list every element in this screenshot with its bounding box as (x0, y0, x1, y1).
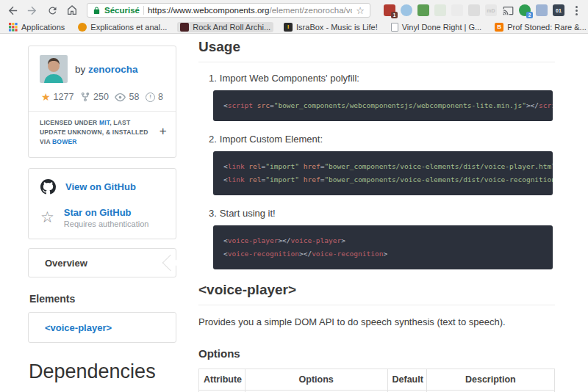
star-outline-icon: ☆ (40, 210, 54, 225)
code-token: link (228, 175, 245, 184)
address-bar[interactable]: Sécurisé https://www.webcomponents.org/e… (87, 3, 370, 18)
bookmark-item[interactable]: IIsraBox - Music is Life! (281, 22, 381, 32)
extension-icon-zero-one[interactable]: 01 (553, 4, 564, 16)
main-content: Usage 1.Import Web Components' polyfill:… (198, 39, 555, 392)
extension-icon-frog[interactable] (417, 4, 429, 16)
code-token: voice-recognition (228, 250, 299, 258)
stat-fork: 250 (80, 92, 109, 102)
star-on-github[interactable]: ☆ Star on GitHub Requires authentication (40, 206, 164, 228)
code-token: voice-player (228, 236, 279, 244)
star-on-github-link[interactable]: Star on GitHub (64, 207, 132, 218)
apps-grid-icon (9, 23, 18, 32)
code-token: "bower_components/webcomponentsjs/webcom… (274, 101, 526, 109)
column-header: Options (245, 369, 387, 391)
step-text: Start using it! (220, 208, 276, 219)
bookmark-item[interactable]: Rock And Roll Archi... (177, 22, 273, 32)
code-token: href (304, 162, 320, 170)
github-card: View on GitHub ☆ Star on GitHub Requires… (28, 168, 176, 239)
extension-icon-globe[interactable]: 2 (519, 4, 531, 16)
url-path: /element/zenorocha/voice-elements (270, 6, 353, 15)
bower-link[interactable]: BOWER (52, 138, 77, 145)
browser-chrome: Sécurisé https://www.webcomponents.org/e… (0, 0, 588, 34)
usage-step: 1.Import Web Components' polyfill:<scrip… (209, 73, 555, 121)
url-divider (143, 6, 144, 15)
code-line: <link rel="import" href="bower_component… (223, 173, 542, 186)
back-icon[interactable] (6, 4, 19, 17)
mit-license-link[interactable]: MIT (99, 119, 110, 126)
code-line: <script src="bower_components/webcompone… (223, 99, 542, 112)
issue-icon: ! (146, 92, 155, 102)
elements-heading: Elements (29, 293, 176, 305)
favicon-icon: B (495, 23, 503, 32)
step-text: Import Custom Element: (220, 134, 323, 145)
reload-icon[interactable] (46, 4, 59, 17)
bookmark-item[interactable]: Explications et anal... (75, 22, 170, 32)
bookmark-star-icon[interactable]: ☆ (356, 5, 365, 16)
element-description: Provides you a simple DOM API to do spee… (198, 316, 555, 327)
stat-value: 8 (158, 92, 163, 102)
bookmark-item[interactable]: Applications (6, 22, 68, 32)
secure-lock-icon (93, 7, 101, 15)
code-line: <link rel="import" href="bower_component… (223, 160, 542, 173)
bookmark-label: IsraBox - Music is Life! (296, 23, 378, 32)
bookmark-label: Vinyl Done Right | G... (402, 23, 481, 32)
code-block: <link rel="import" href="bower_component… (213, 151, 553, 195)
bookmark-item[interactable]: Vinyl Done Right | G... (388, 22, 484, 32)
stat-value: 1277 (54, 92, 74, 102)
extension-icon-notes[interactable] (434, 4, 446, 16)
tab-overview[interactable]: Overview (28, 248, 176, 277)
extensions-area: 1mD201 (384, 4, 564, 16)
author-link[interactable]: zenorocha (88, 64, 138, 75)
code-token: href (304, 175, 320, 184)
options-table: AttributeOptionsDefaultDescription autop… (198, 369, 555, 392)
code-token: "import" (265, 162, 299, 170)
extension-icon-cube[interactable] (451, 4, 463, 16)
browser-toolbar: Sécurisé https://www.webcomponents.org/e… (0, 0, 588, 21)
author-card: by zenorocha ★127725058!8 LICENSED UNDER… (28, 46, 176, 158)
stat-value: 58 (129, 92, 139, 102)
author-avatar[interactable] (40, 55, 68, 83)
license-info: LICENSED UNDER MIT, LAST UPDATE UNKNOWN,… (29, 111, 176, 148)
column-header: Attribute (199, 369, 245, 391)
bookmark-item[interactable]: BProf Stoned: Rare &... (492, 22, 588, 32)
forward-icon[interactable] (26, 4, 39, 17)
usage-step: 2.Import Custom Element:<link rel="impor… (209, 134, 555, 195)
stat-star: ★1277 (41, 91, 74, 103)
expand-icon[interactable]: + (159, 126, 167, 136)
view-on-github[interactable]: View on GitHub (40, 179, 164, 195)
voice-player-link[interactable]: <voice-player> (45, 322, 112, 333)
voice-player-heading: <voice-player> (198, 282, 555, 305)
bookmark-label: Rock And Roll Archi... (193, 23, 270, 32)
url-host: https://www.webcomponents.org (148, 6, 270, 15)
extension-icon-cast[interactable] (502, 4, 514, 16)
step-text: Import Web Components' polyfill: (220, 73, 359, 84)
extension-icon-cloud[interactable] (401, 4, 412, 16)
stat-value: 250 (93, 92, 109, 102)
step-number: 2. (209, 134, 217, 145)
home-icon[interactable] (65, 4, 79, 17)
code-line: <voice-player></voice-player> (223, 234, 542, 247)
sidebar: by zenorocha ★127725058!8 LICENSED UNDER… (28, 46, 176, 392)
extension-icon-shield[interactable]: 1 (384, 4, 395, 16)
bookmarks-bar: ApplicationsExplications et anal...Rock … (0, 21, 588, 34)
extension-icon-markdown[interactable]: mD (485, 4, 497, 16)
security-label: Sécurisé (104, 6, 140, 15)
step-number: 1. (209, 73, 217, 84)
code-token: > (383, 250, 387, 258)
view-on-github-link[interactable]: View on GitHub (65, 181, 136, 192)
fork-icon (80, 92, 90, 102)
code-token: link (228, 162, 245, 170)
auth-note: Requires authentication (64, 219, 149, 228)
column-header: Description (426, 369, 554, 391)
step-number: 3. (209, 208, 217, 219)
code-token: voice-player (291, 236, 342, 244)
page-favicon-icon (391, 23, 398, 32)
extension-icon-pinwheel[interactable] (536, 4, 548, 16)
bookmark-label: Prof Stoned: Rare &... (507, 23, 587, 32)
repo-stats: ★127725058!8 (40, 91, 165, 103)
code-line: <voice-recognition></voice-recognition> (223, 247, 542, 261)
browser-menu-icon[interactable] (571, 4, 582, 17)
code-token: > (341, 236, 345, 244)
extension-icon-wrench[interactable] (468, 4, 480, 16)
extension-badge: 2 (526, 12, 533, 18)
